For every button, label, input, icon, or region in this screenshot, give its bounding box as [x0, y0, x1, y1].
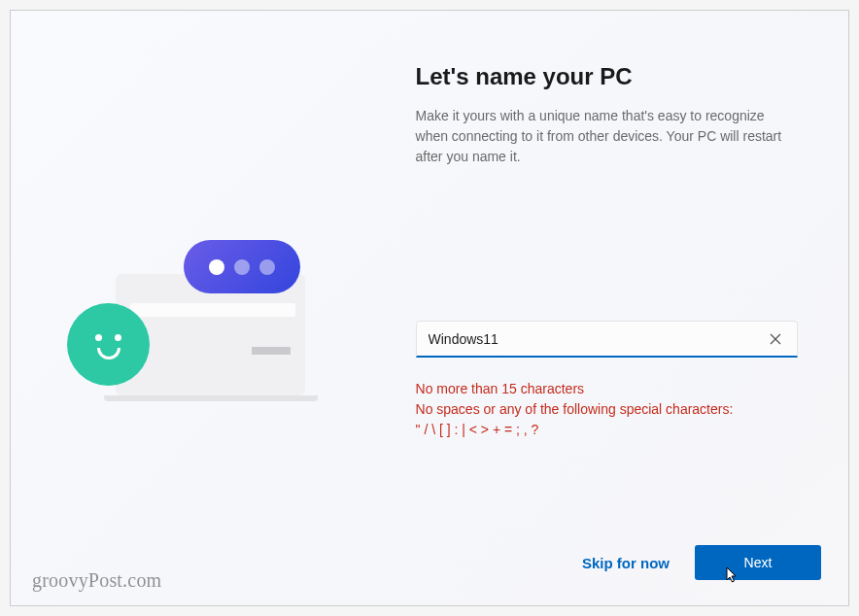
smiley-face-icon: [67, 303, 150, 386]
rule-chars-list: " / \ [ ] : | < > + = ; , ?: [416, 420, 798, 440]
oobe-window: Let's name your PC Make it yours with a …: [10, 10, 849, 606]
next-button-label: Next: [744, 555, 773, 570]
next-button[interactable]: Next: [695, 545, 821, 580]
pc-illustration: [67, 240, 339, 434]
validation-rules: No more than 15 characters No spaces or …: [416, 379, 798, 440]
input-section: No more than 15 characters No spaces or …: [416, 321, 798, 440]
page-subtitle: Make it yours with a unique name that's …: [416, 106, 798, 167]
skip-link[interactable]: Skip for now: [582, 555, 670, 571]
laptop-base: [104, 395, 318, 401]
smiley-eye-left: [95, 334, 102, 341]
laptop-input-bar: [130, 303, 295, 317]
pc-name-field-wrap[interactable]: [416, 321, 798, 358]
rule-no-special: No spaces or any of the following specia…: [416, 399, 798, 420]
illustration-pane: [11, 11, 396, 605]
content-pane: Let's name your PC Make it yours with a …: [396, 11, 848, 605]
watermark-text: groovyPost.com: [32, 569, 161, 592]
footer-buttons: Skip for now Next: [582, 545, 821, 580]
pill-dot-2: [234, 259, 250, 275]
pill-dot-1: [209, 259, 224, 275]
pc-name-input[interactable]: [429, 331, 766, 347]
page-title: Let's name your PC: [416, 63, 798, 90]
laptop-accent-bar: [252, 347, 291, 355]
close-icon: [770, 333, 781, 345]
smiley-mouth: [97, 348, 120, 359]
rule-max-chars: No more than 15 characters: [416, 379, 798, 399]
smiley-eye-right: [115, 334, 121, 341]
clear-input-button[interactable]: [766, 329, 785, 349]
pill-dot-3: [259, 259, 275, 275]
pill-dots-icon: [184, 240, 300, 293]
